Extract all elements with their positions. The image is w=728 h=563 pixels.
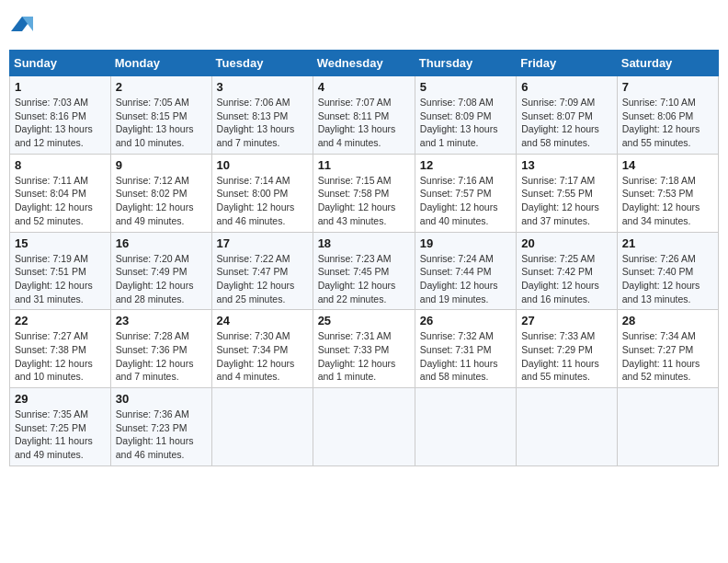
day-number: 3 (217, 80, 308, 94)
day-info: Sunrise: 7:26 AM Sunset: 7:40 PM Dayligh… (622, 252, 713, 306)
day-info: Sunrise: 7:17 AM Sunset: 7:55 PM Dayligh… (521, 174, 612, 228)
day-cell: 12Sunrise: 7:16 AM Sunset: 7:57 PM Dayli… (415, 154, 516, 232)
day-cell: 3Sunrise: 7:06 AM Sunset: 8:13 PM Daylig… (211, 76, 313, 155)
day-info: Sunrise: 7:14 AM Sunset: 8:00 PM Dayligh… (217, 174, 308, 228)
col-header-saturday: Saturday (617, 51, 718, 76)
day-number: 9 (116, 158, 207, 172)
day-info: Sunrise: 7:12 AM Sunset: 8:02 PM Dayligh… (116, 174, 207, 228)
day-info: Sunrise: 7:22 AM Sunset: 7:47 PM Dayligh… (217, 252, 308, 306)
day-cell: 15Sunrise: 7:19 AM Sunset: 7:51 PM Dayli… (10, 232, 111, 310)
day-info: Sunrise: 7:31 AM Sunset: 7:33 PM Dayligh… (318, 329, 410, 384)
day-cell (313, 388, 415, 466)
day-number: 15 (15, 236, 106, 250)
day-cell: 26Sunrise: 7:32 AM Sunset: 7:31 PM Dayli… (415, 310, 516, 388)
day-number: 27 (521, 314, 612, 327)
day-cell: 25Sunrise: 7:31 AM Sunset: 7:33 PM Dayli… (313, 310, 415, 388)
day-number: 30 (116, 392, 207, 406)
day-number: 11 (318, 158, 410, 172)
week-row-5: 29Sunrise: 7:35 AM Sunset: 7:25 PM Dayli… (10, 388, 719, 466)
calendar-table: SundayMondayTuesdayWednesdayThursdayFrid… (9, 50, 719, 466)
day-cell: 22Sunrise: 7:27 AM Sunset: 7:38 PM Dayli… (10, 310, 111, 388)
col-header-sunday: Sunday (10, 51, 111, 76)
logo (9, 13, 40, 39)
day-number: 8 (15, 158, 106, 172)
day-number: 6 (521, 80, 612, 94)
day-info: Sunrise: 7:35 AM Sunset: 7:25 PM Dayligh… (15, 408, 106, 462)
day-info: Sunrise: 7:09 AM Sunset: 8:07 PM Dayligh… (521, 96, 612, 150)
day-number: 4 (318, 80, 410, 94)
week-row-3: 15Sunrise: 7:19 AM Sunset: 7:51 PM Dayli… (10, 232, 719, 310)
day-cell: 27Sunrise: 7:33 AM Sunset: 7:29 PM Dayli… (517, 310, 618, 388)
day-info: Sunrise: 7:23 AM Sunset: 7:45 PM Dayligh… (318, 252, 410, 306)
page-header (9, 9, 719, 42)
day-cell (617, 388, 718, 466)
day-cell: 21Sunrise: 7:26 AM Sunset: 7:40 PM Dayli… (617, 232, 718, 310)
day-cell: 7Sunrise: 7:10 AM Sunset: 8:06 PM Daylig… (617, 76, 718, 155)
day-number: 22 (15, 314, 106, 327)
day-info: Sunrise: 7:36 AM Sunset: 7:23 PM Dayligh… (116, 408, 207, 462)
day-info: Sunrise: 7:15 AM Sunset: 7:58 PM Dayligh… (318, 174, 410, 228)
day-number: 14 (622, 158, 713, 172)
day-number: 10 (217, 158, 308, 172)
day-number: 19 (420, 236, 511, 250)
week-row-4: 22Sunrise: 7:27 AM Sunset: 7:38 PM Dayli… (10, 310, 719, 388)
day-cell: 6Sunrise: 7:09 AM Sunset: 8:07 PM Daylig… (517, 76, 618, 155)
day-info: Sunrise: 7:11 AM Sunset: 8:04 PM Dayligh… (15, 174, 106, 228)
day-cell: 18Sunrise: 7:23 AM Sunset: 7:45 PM Dayli… (313, 232, 415, 310)
day-info: Sunrise: 7:20 AM Sunset: 7:49 PM Dayligh… (116, 252, 207, 306)
day-number: 20 (521, 236, 612, 250)
day-number: 12 (420, 158, 511, 172)
col-header-friday: Friday (517, 51, 618, 76)
col-header-monday: Monday (110, 51, 211, 76)
day-cell: 23Sunrise: 7:28 AM Sunset: 7:36 PM Dayli… (110, 310, 211, 388)
day-number: 28 (622, 314, 713, 327)
day-info: Sunrise: 7:19 AM Sunset: 7:51 PM Dayligh… (15, 252, 106, 306)
day-cell (211, 388, 313, 466)
day-number: 26 (420, 314, 511, 327)
day-info: Sunrise: 7:18 AM Sunset: 7:53 PM Dayligh… (622, 174, 713, 228)
day-info: Sunrise: 7:32 AM Sunset: 7:31 PM Dayligh… (420, 329, 511, 384)
day-cell: 20Sunrise: 7:25 AM Sunset: 7:42 PM Dayli… (517, 232, 618, 310)
day-info: Sunrise: 7:30 AM Sunset: 7:34 PM Dayligh… (217, 329, 308, 384)
day-cell: 10Sunrise: 7:14 AM Sunset: 8:00 PM Dayli… (211, 154, 313, 232)
day-cell: 1Sunrise: 7:03 AM Sunset: 8:16 PM Daylig… (10, 76, 111, 155)
day-cell: 9Sunrise: 7:12 AM Sunset: 8:02 PM Daylig… (110, 154, 211, 232)
day-cell: 14Sunrise: 7:18 AM Sunset: 7:53 PM Dayli… (617, 154, 718, 232)
day-number: 5 (420, 80, 511, 94)
day-number: 17 (217, 236, 308, 250)
day-info: Sunrise: 7:28 AM Sunset: 7:36 PM Dayligh… (116, 329, 207, 384)
day-number: 23 (116, 314, 207, 327)
day-info: Sunrise: 7:24 AM Sunset: 7:44 PM Dayligh… (420, 252, 511, 306)
col-header-thursday: Thursday (415, 51, 516, 76)
day-info: Sunrise: 7:16 AM Sunset: 7:57 PM Dayligh… (420, 174, 511, 228)
day-number: 29 (15, 392, 106, 406)
day-info: Sunrise: 7:33 AM Sunset: 7:29 PM Dayligh… (521, 329, 612, 384)
day-cell (415, 388, 516, 466)
day-info: Sunrise: 7:06 AM Sunset: 8:13 PM Dayligh… (217, 96, 308, 150)
day-cell: 2Sunrise: 7:05 AM Sunset: 8:15 PM Daylig… (110, 76, 211, 155)
day-cell: 16Sunrise: 7:20 AM Sunset: 7:49 PM Dayli… (110, 232, 211, 310)
day-number: 2 (116, 80, 207, 94)
day-cell: 24Sunrise: 7:30 AM Sunset: 7:34 PM Dayli… (211, 310, 313, 388)
day-info: Sunrise: 7:25 AM Sunset: 7:42 PM Dayligh… (521, 252, 612, 306)
day-info: Sunrise: 7:05 AM Sunset: 8:15 PM Dayligh… (116, 96, 207, 150)
day-number: 7 (622, 80, 713, 94)
day-cell: 29Sunrise: 7:35 AM Sunset: 7:25 PM Dayli… (10, 388, 111, 466)
day-cell: 30Sunrise: 7:36 AM Sunset: 7:23 PM Dayli… (110, 388, 211, 466)
day-number: 18 (318, 236, 410, 250)
day-number: 24 (217, 314, 308, 327)
day-number: 1 (15, 80, 106, 94)
day-cell: 5Sunrise: 7:08 AM Sunset: 8:09 PM Daylig… (415, 76, 516, 155)
day-info: Sunrise: 7:07 AM Sunset: 8:11 PM Dayligh… (318, 96, 410, 150)
day-cell: 17Sunrise: 7:22 AM Sunset: 7:47 PM Dayli… (211, 232, 313, 310)
day-number: 13 (521, 158, 612, 172)
header-row: SundayMondayTuesdayWednesdayThursdayFrid… (10, 51, 719, 76)
day-cell: 11Sunrise: 7:15 AM Sunset: 7:58 PM Dayli… (313, 154, 415, 232)
day-cell: 28Sunrise: 7:34 AM Sunset: 7:27 PM Dayli… (617, 310, 718, 388)
day-cell: 4Sunrise: 7:07 AM Sunset: 8:11 PM Daylig… (313, 76, 415, 155)
day-info: Sunrise: 7:27 AM Sunset: 7:38 PM Dayligh… (15, 329, 106, 384)
day-info: Sunrise: 7:08 AM Sunset: 8:09 PM Dayligh… (420, 96, 511, 150)
week-row-2: 8Sunrise: 7:11 AM Sunset: 8:04 PM Daylig… (10, 154, 719, 232)
day-number: 25 (318, 314, 410, 327)
day-number: 21 (622, 236, 713, 250)
